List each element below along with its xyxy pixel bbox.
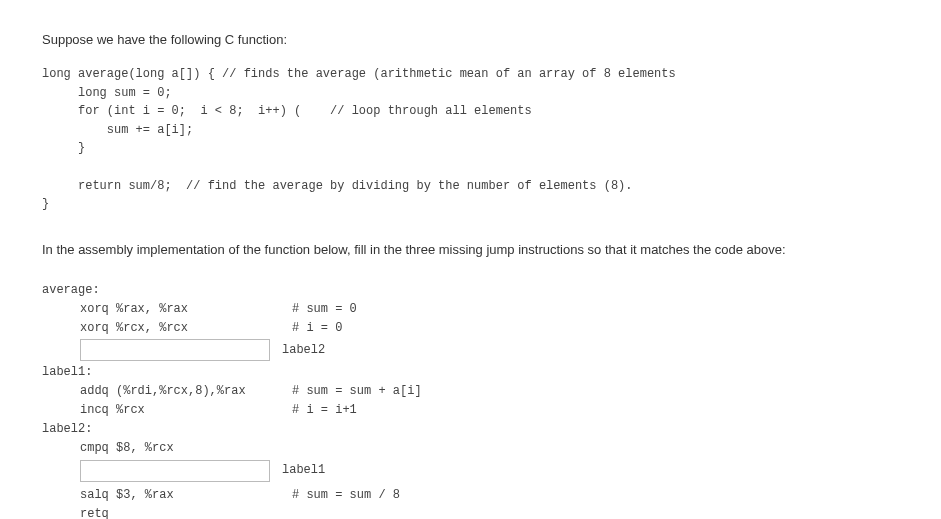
- label-after-input-1: label2: [282, 341, 325, 360]
- asm-instruction: salq $3, %rax: [42, 486, 292, 505]
- asm-comment: # i = 0: [292, 319, 342, 338]
- asm-line: salq $3, %rax # sum = sum / 8: [42, 486, 899, 505]
- asm-line: incq %rcx # i = i+1: [42, 401, 899, 420]
- input-line-1: label2: [42, 339, 899, 361]
- asm-line: cmpq $8, %rcx: [42, 439, 899, 458]
- c-code-block: long average(long a[]) { // finds the av…: [42, 65, 899, 214]
- asm-instruction: cmpq $8, %rcx: [42, 439, 292, 458]
- jump-input-2[interactable]: [80, 460, 270, 482]
- asm-line: xorq %rax, %rax # sum = 0: [42, 299, 899, 318]
- asm-line: retq: [42, 505, 899, 519]
- asm-line: addq (%rdi,%rcx,8),%rax # sum = sum + a[…: [42, 382, 899, 401]
- asm-line: xorq %rcx, %rcx # i = 0: [42, 318, 899, 337]
- asm-comment: # i = i+1: [292, 401, 357, 420]
- asm-instruction: incq %rcx: [42, 401, 292, 420]
- asm-comment: # sum = 0: [292, 300, 357, 319]
- label-after-input-2: label1: [282, 461, 325, 480]
- asm-label-2: label2:: [42, 420, 899, 439]
- jump-input-1[interactable]: [80, 339, 270, 361]
- input-line-2: label1: [42, 460, 899, 482]
- asm-label-average: average:: [42, 281, 899, 300]
- asm-block: average: xorq %rax, %rax # sum = 0 xorq …: [42, 281, 899, 519]
- asm-comment: # sum = sum / 8: [292, 486, 400, 505]
- asm-instruction: retq: [42, 505, 292, 519]
- asm-instruction: addq (%rdi,%rcx,8),%rax: [42, 382, 292, 401]
- asm-comment: # sum = sum + a[i]: [292, 382, 422, 401]
- asm-label-1: label1:: [42, 363, 899, 382]
- section-text: In the assembly implementation of the fu…: [42, 242, 899, 257]
- asm-instruction: xorq %rax, %rax: [42, 300, 292, 319]
- intro-text: Suppose we have the following C function…: [42, 32, 899, 47]
- asm-instruction: xorq %rcx, %rcx: [42, 319, 292, 338]
